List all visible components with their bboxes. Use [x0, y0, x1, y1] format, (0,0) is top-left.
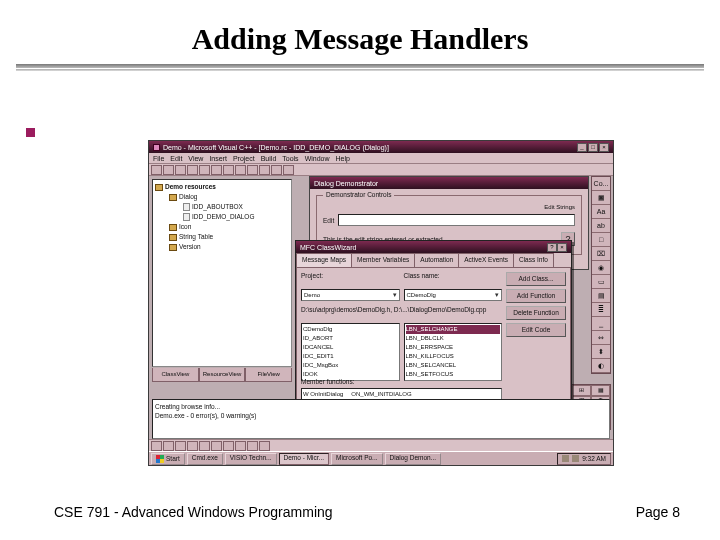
toolbar-button[interactable]	[283, 165, 294, 175]
tab-activex-events[interactable]: ActiveX Events	[458, 253, 514, 267]
messages-list[interactable]: LBN_SELCHANGE LBN_DBLCLK LBN_ERRSPACE LB…	[404, 323, 503, 381]
tab-class-info[interactable]: Class Info	[513, 253, 554, 267]
add-class-button[interactable]: Add Class...	[506, 272, 566, 286]
toolbox-item[interactable]: ≣	[592, 303, 610, 317]
toolbar-button[interactable]	[259, 441, 270, 451]
toolbox-title[interactable]: Co... ×	[592, 177, 610, 191]
toolbar-button[interactable]	[163, 165, 174, 175]
tab-member-variables[interactable]: Member Variables	[351, 253, 415, 267]
taskbar-item[interactable]: VISIO Techn...	[225, 453, 277, 465]
close-icon[interactable]: ×	[599, 143, 609, 152]
project-combo[interactable]: Demo	[301, 289, 400, 301]
edit-field[interactable]	[338, 214, 575, 226]
toolbar-button[interactable]	[247, 441, 258, 451]
toolbar-button[interactable]	[223, 441, 234, 451]
toolbox-item[interactable]: Aa	[592, 205, 610, 219]
toolbox-item[interactable]: ⎯	[592, 317, 610, 331]
windows-taskbar[interactable]: Start Cmd.exe VISIO Techn... Demo - Micr…	[149, 451, 613, 465]
classname-combo[interactable]: CDemoDlg	[404, 289, 503, 301]
list-item[interactable]: LBN_ERRSPACE	[406, 343, 501, 352]
toolbar-button[interactable]	[211, 165, 222, 175]
toolbox-item[interactable]: ▦	[592, 191, 610, 205]
taskbar-item[interactable]: Cmd.exe	[187, 453, 223, 465]
toolbar-button[interactable]	[223, 165, 234, 175]
menu-edit[interactable]: Edit	[170, 155, 182, 162]
toolbar-button[interactable]	[211, 441, 222, 451]
menu-help[interactable]: Help	[336, 155, 350, 162]
vc-menubar[interactable]: File Edit View Insert Project Build Tool…	[149, 153, 613, 164]
menu-file[interactable]: File	[153, 155, 164, 162]
toolbox-item[interactable]: ◐	[592, 359, 610, 373]
toolbox-item[interactable]: ▦	[591, 385, 610, 396]
menu-view[interactable]: View	[188, 155, 203, 162]
minimize-icon[interactable]: _	[577, 143, 587, 152]
toolbar-button[interactable]	[163, 441, 174, 451]
help-icon[interactable]: ?	[547, 243, 557, 252]
list-item[interactable]: LBN_SELCANCEL	[406, 361, 501, 370]
menu-project[interactable]: Project	[233, 155, 255, 162]
tab-message-maps[interactable]: Message Maps	[296, 253, 352, 267]
maximize-icon[interactable]: □	[588, 143, 598, 152]
list-item[interactable]: IDC_EDIT1	[303, 352, 398, 361]
tree-item[interactable]: Version	[179, 242, 201, 252]
list-item[interactable]: CDemoDlg	[303, 325, 398, 334]
list-item[interactable]: LBN_DBLCLK	[406, 334, 501, 343]
close-icon[interactable]: ×	[557, 243, 567, 252]
list-item[interactable]: IDC_MsgBox	[303, 361, 398, 370]
toolbar-button[interactable]	[175, 165, 186, 175]
system-tray[interactable]: 9:32 AM	[557, 453, 611, 465]
toolbar-button[interactable]	[235, 165, 246, 175]
toolbar-button[interactable]	[187, 165, 198, 175]
taskbar-item[interactable]: Microsoft Po...	[331, 453, 383, 465]
menu-tools[interactable]: Tools	[282, 155, 298, 162]
tree-item[interactable]: IDD_DEMO_DIALOG	[192, 212, 255, 222]
list-item[interactable]: IDCANCEL	[303, 343, 398, 352]
toolbox-item[interactable]: ▭	[592, 275, 610, 289]
list-item[interactable]: LBN_SELCHANGE	[406, 325, 501, 334]
toolbox-item[interactable]: ⬍	[592, 345, 610, 359]
tab-fileview[interactable]: FileView	[245, 368, 292, 382]
menu-window[interactable]: Window	[305, 155, 330, 162]
tab-resourceview[interactable]: ResourceView	[199, 368, 246, 382]
toolbar-button[interactable]	[199, 441, 210, 451]
toolbox-item[interactable]: ▤	[592, 289, 610, 303]
toolbox-item[interactable]: ⌧	[592, 247, 610, 261]
toolbar-button[interactable]	[247, 165, 258, 175]
tree-root[interactable]: Demo resources	[165, 182, 216, 192]
toolbar-button[interactable]	[187, 441, 198, 451]
taskbar-item[interactable]: Demo - Micr...	[279, 453, 329, 465]
start-button[interactable]: Start	[151, 453, 185, 465]
toolbar-button[interactable]	[259, 165, 270, 175]
toolbox-item[interactable]: ab	[592, 219, 610, 233]
resource-tree[interactable]: Demo resources Dialog IDD_ABOUTBOX IDD_D…	[152, 179, 292, 367]
list-item[interactable]: LBN_KILLFOCUS	[406, 352, 501, 361]
wizard-titlebar[interactable]: MFC ClassWizard ? ×	[296, 241, 571, 253]
tree-item[interactable]: IDD_ABOUTBOX	[192, 202, 243, 212]
workspace-tabs[interactable]: ClassView ResourceView FileView	[152, 368, 292, 382]
taskbar-item[interactable]: Dialog Demon...	[385, 453, 442, 465]
tree-item[interactable]: Icon	[179, 222, 191, 232]
object-ids-list[interactable]: CDemoDlg ID_ABORT IDCANCEL IDC_EDIT1 IDC…	[301, 323, 400, 381]
delete-function-button[interactable]: Delete Function	[506, 306, 566, 320]
add-function-button[interactable]: Add Function	[506, 289, 566, 303]
tab-classview[interactable]: ClassView	[152, 368, 199, 382]
toolbox-item[interactable]: □	[592, 233, 610, 247]
tree-item[interactable]: String Table	[179, 232, 213, 242]
wizard-tabs[interactable]: Message Maps Member Variables Automation…	[296, 253, 571, 267]
toolbar-button[interactable]	[235, 441, 246, 451]
vc-toolbar[interactable]	[149, 164, 613, 176]
controls-toolbox[interactable]: Co... × ▦ Aa ab □ ⌧ ◉ ▭ ▤ ≣ ⎯ ⇔ ⬍ ◐	[591, 176, 611, 374]
toolbox-item[interactable]: ⊞	[572, 385, 591, 396]
toolbar-button[interactable]	[199, 165, 210, 175]
toolbar-button[interactable]	[151, 165, 162, 175]
toolbox-item[interactable]: ⇔	[592, 331, 610, 345]
tray-icon[interactable]	[572, 455, 579, 462]
output-pane[interactable]: Creating browse info... Demo.exe - 0 err…	[152, 399, 610, 439]
menu-insert[interactable]: Insert	[209, 155, 227, 162]
list-item[interactable]: W OnInitDialogON_WM_INITDIALOG	[303, 390, 500, 399]
list-item[interactable]: ID_ABORT	[303, 334, 398, 343]
toolbar-button[interactable]	[151, 441, 162, 451]
tray-icon[interactable]	[562, 455, 569, 462]
edit-code-button[interactable]: Edit Code	[506, 323, 566, 337]
toolbox-item[interactable]: ◉	[592, 261, 610, 275]
